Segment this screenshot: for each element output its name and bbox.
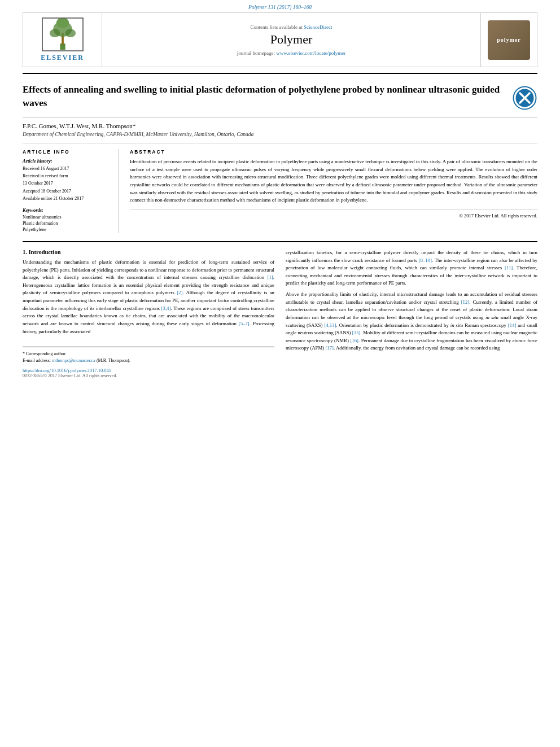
elsevier-brand-text: ELSEVIER [41,54,84,62]
article-info-abstract: ARTICLE INFO Article history: Received 1… [23,143,537,233]
article-title-section: Effects of annealing and swelling to ini… [23,73,537,118]
polymer-logo: polymer [488,20,530,60]
journal-name: Polymer [270,32,313,47]
article-info-label: ARTICLE INFO [23,149,111,155]
article-history-label: Article history: [23,158,111,164]
svg-rect-9 [82,18,84,51]
keyword-3: Polyethylene [23,227,111,232]
elsevier-logo-area: ELSEVIER [23,13,102,67]
keyword-1: Nonlinear ultrasonics [23,215,111,220]
received-date: Received 16 August 2017 [23,165,111,172]
abstract-label: ABSTRACT [130,149,537,155]
crossmark-logo [512,85,537,111]
article-info-column: ARTICLE INFO Article history: Received 1… [23,149,119,233]
intro-text-col2: crystallization kinetics, for a semi-cry… [286,249,537,287]
journal-reference: Polymer 131 (2017) 160–168 [0,0,560,12]
journal-info-center: Contents lists available at ScienceDirec… [102,13,480,67]
body-column-left: 1. Introduction Understanding the mechan… [23,249,274,378]
accepted-date: Accepted 18 October 2017 [23,188,111,194]
available-online: Available online 21 October 2017 [23,195,111,202]
intro-text-col1: Understanding the mechanisms of plastic … [23,259,274,335]
homepage-line: journal homepage: www.elsevier.com/locat… [237,50,345,56]
revised-label: Received in revised form [23,173,111,179]
journal-header: ELSEVIER Contents lists available at Sci… [23,12,537,67]
keywords-label: Keywords: [23,207,111,213]
sciencedirect-line: Contents lists available at ScienceDirec… [251,24,333,30]
footnote-email: E-mail address: mthomps@mcmaster.ca (M.R… [23,357,274,364]
doi-line[interactable]: https://doi.org/10.1016/j.polymer.2017.1… [23,368,274,373]
keyword-2: Plastic deformation [23,221,111,226]
footnote-corresponding: * Corresponding author. [23,351,274,357]
homepage-link[interactable]: www.elsevier.com/locate/polymer [276,50,345,56]
svg-point-4 [65,29,75,37]
affiliation: Department of Chemical Engineering, CAPP… [23,132,537,137]
footnote-area: * Corresponding author. E-mail address: … [23,347,274,364]
polymer-logo-area: polymer [480,13,537,67]
authors: F.P.C. Gomes, W.T.J. West, M.R. Thompson… [23,123,537,129]
article-title: Effects of annealing and swelling to ini… [23,83,512,110]
intro-text-col2-p2: Above the proportionality limits of elas… [286,291,537,352]
svg-rect-7 [42,50,84,51]
revised-date: 13 October 2017 [23,180,111,186]
copyright-line: © 2017 Elsevier Ltd. All rights reserved… [130,209,537,219]
body-column-right: crystallization kinetics, for a semi-cry… [286,249,537,378]
abstract-column: ABSTRACT Identification of precursor eve… [130,149,537,233]
svg-rect-8 [42,18,43,51]
svg-point-3 [49,29,59,37]
svg-rect-6 [42,18,84,19]
email-link[interactable]: mthomps@mcmaster.ca [52,358,95,363]
sciencedirect-link[interactable]: ScienceDirect [304,24,332,30]
issn-line: 0032-3861/© 2017 Elsevier Ltd. All right… [23,373,274,378]
body-section: 1. Introduction Understanding the mechan… [23,241,537,378]
abstract-text: Identification of precursor events relat… [130,158,537,204]
intro-title: 1. Introduction [23,249,274,255]
svg-point-5 [56,18,68,28]
